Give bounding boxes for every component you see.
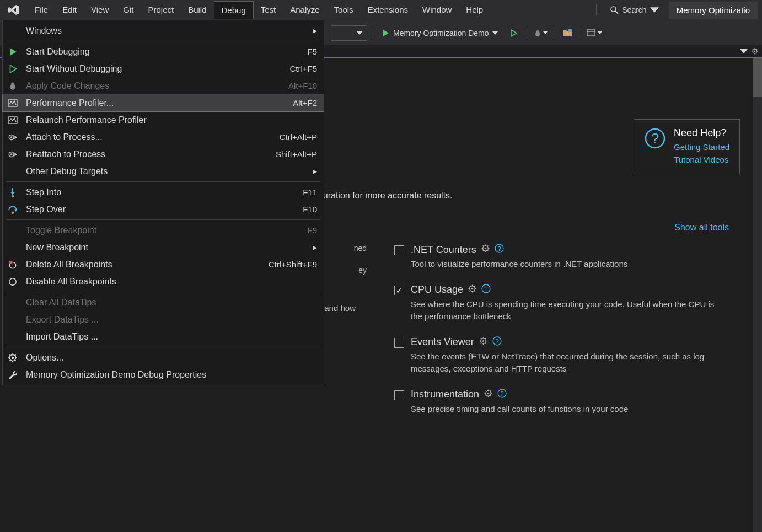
menu-shortcut: Shift+Alt+P (276, 149, 317, 159)
config-dropdown[interactable] (331, 25, 367, 41)
bp-delete-icon (6, 258, 19, 271)
menu-project[interactable]: Project (141, 1, 181, 19)
help-icon[interactable] (495, 244, 504, 256)
step-over-icon (6, 203, 19, 216)
menu-analyze[interactable]: Analyze (283, 1, 326, 19)
tool-checkbox[interactable] (394, 245, 404, 255)
help-link-tutorial-videos[interactable]: Tutorial Videos (674, 154, 729, 166)
menu-label: New Breakpoint (26, 243, 304, 252)
gear-icon[interactable] (481, 244, 490, 256)
tool-description: See the events (ETW or NetTrace) that oc… (411, 351, 718, 375)
debug-menu: Windows▸Start DebuggingF5Start Without D… (2, 20, 324, 385)
debug-menu-item[interactable]: Start DebuggingF5 (3, 43, 324, 60)
menu-edit[interactable]: Edit (55, 1, 84, 19)
fire-icon (533, 29, 542, 37)
start-without-debug-button[interactable] (505, 25, 522, 41)
submenu-arrow-icon: ▸ (310, 25, 317, 36)
menu-label: Reattach to Process (26, 149, 269, 159)
debug-menu-item[interactable]: Disable All Breakpoints (3, 273, 324, 290)
debug-menu-item[interactable]: Step IntoF11 (3, 184, 324, 201)
play-outline-icon (509, 29, 518, 37)
menu-view[interactable]: View (84, 1, 116, 19)
debug-menu-item[interactable]: Windows▸ (3, 22, 324, 39)
debug-menu-item[interactable]: Memory Optimization Demo Debug Propertie… (3, 366, 324, 383)
menu-extensions[interactable]: Extensions (361, 1, 415, 19)
debug-menu-item[interactable]: Other Debug Targets▸ (3, 163, 324, 180)
menu-build[interactable]: Build (181, 1, 213, 19)
separator (596, 4, 597, 15)
gear-icon[interactable] (468, 284, 477, 296)
profiler-tool: InstrumentationSee precise timing and ca… (394, 389, 718, 416)
tool-description: Tool to visualize performance counters i… (411, 258, 718, 271)
gear-icon[interactable] (484, 389, 493, 401)
menu-label: Import DataTips ... (26, 332, 317, 342)
blank-icon (6, 24, 19, 37)
menu-file[interactable]: File (28, 1, 55, 19)
menu-git[interactable]: Git (116, 1, 141, 19)
start-button[interactable]: Memory Optimization Demo (377, 25, 502, 41)
tool-checkbox[interactable] (394, 338, 404, 348)
blank-icon (6, 224, 19, 237)
debug-menu-item[interactable]: Attach to Process...Ctrl+Alt+P (3, 128, 324, 146)
menubar: FileEditViewGitProjectBuildDebugTestAnal… (0, 0, 762, 20)
menu-label: Clear All DataTips (26, 298, 317, 308)
wrench-icon (6, 368, 19, 381)
menu-label: Performance Profiler... (26, 98, 286, 108)
caret-down-icon (492, 31, 498, 35)
debug-menu-item[interactable]: Import DataTips ... (3, 328, 324, 345)
debug-menu-item[interactable]: Delete All BreakpointsCtrl+Shift+F9 (3, 256, 324, 273)
tool-checkbox[interactable] (394, 286, 404, 295)
menu-label: Step Into (26, 187, 296, 197)
submenu-arrow-icon: ▸ (310, 242, 317, 252)
solution-name[interactable]: Memory Optimizatio (669, 2, 758, 19)
help-link-getting-started[interactable]: Getting Started (674, 141, 729, 154)
submenu-arrow-icon: ▸ (310, 166, 317, 176)
search-icon (610, 6, 619, 14)
menu-debug[interactable]: Debug (214, 1, 254, 19)
tool-checkbox[interactable] (394, 390, 404, 400)
help-icon[interactable] (492, 336, 502, 348)
debug-menu-item[interactable]: Start Without DebuggingCtrl+F5 (3, 60, 324, 77)
webview-icon (587, 29, 597, 37)
menu-help[interactable]: Help (459, 1, 490, 19)
help-icon[interactable] (481, 284, 491, 296)
bp-disable-icon (6, 275, 19, 288)
blank-icon (6, 241, 19, 254)
debug-menu-item[interactable]: Reattach to ProcessShift+Alt+P (3, 146, 324, 163)
menu-shortcut: Ctrl+F5 (289, 64, 317, 73)
menu-label: Attach to Process... (26, 132, 273, 142)
debug-menu-item[interactable]: New Breakpoint▸ (3, 239, 324, 256)
gear-icon[interactable] (479, 336, 488, 348)
gear-arrow-icon (6, 148, 19, 161)
menu-label: Start Debugging (26, 47, 300, 57)
scrollbar-thumb[interactable] (753, 58, 762, 97)
help-icon (644, 127, 666, 149)
scrollbar[interactable] (753, 58, 762, 532)
debug-menu-item[interactable]: Options... (3, 349, 324, 366)
debug-menu-item[interactable]: Performance Profiler...Alt+F2 (3, 94, 324, 111)
menu-label: Step Over (26, 205, 296, 214)
caret-down-icon[interactable] (740, 47, 748, 55)
fire-icon (6, 79, 19, 93)
play-outline-icon (6, 62, 19, 76)
gear-icon[interactable] (751, 47, 759, 55)
browser-link-button[interactable] (586, 25, 603, 41)
help-icon[interactable] (497, 389, 507, 401)
gear-arrow-icon (6, 131, 19, 144)
menubar-search[interactable]: Search (605, 3, 663, 17)
hot-reload-button[interactable] (532, 25, 549, 41)
debug-menu-item[interactable]: Step OverF10 (3, 201, 324, 218)
menu-label: Export DataTips ... (26, 315, 317, 325)
menu-shortcut: Alt+F10 (288, 81, 317, 90)
debug-menu-item: Toggle BreakpointF9 (3, 222, 324, 239)
menu-label: Start Without Debugging (26, 64, 283, 74)
vs-logo (4, 1, 22, 19)
menu-label: Toggle Breakpoint (26, 225, 300, 235)
open-file-button[interactable] (559, 25, 576, 41)
menu-tools[interactable]: Tools (327, 1, 361, 19)
menu-test[interactable]: Test (254, 1, 283, 19)
debug-menu-item[interactable]: Relaunch Performance Profiler (3, 111, 324, 128)
menu-label: Memory Optimization Demo Debug Propertie… (26, 370, 317, 380)
menu-window[interactable]: Window (415, 1, 459, 19)
menu-shortcut: Alt+F2 (293, 98, 317, 108)
